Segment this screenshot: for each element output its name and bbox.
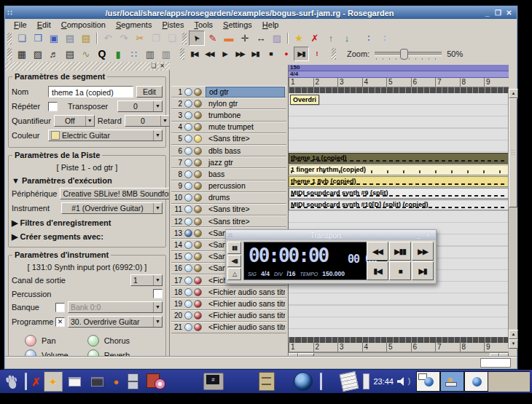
web-browser-icon[interactable] — [294, 372, 313, 391]
minimize-icon[interactable]: _ — [482, 9, 493, 17]
bank-checkbox[interactable] — [55, 303, 65, 312]
tempo-ruler[interactable]: 150 — [289, 65, 509, 71]
track-name[interactable]: od gtr — [206, 87, 285, 98]
mute-led[interactable] — [184, 88, 192, 96]
redo-icon[interactable]: ↷ — [116, 31, 132, 46]
mute-toggle-icon[interactable]: ∶ — [377, 31, 393, 46]
audio-mixer-icon[interactable]: ▥ — [158, 47, 174, 62]
eject-button[interactable]: △ — [227, 268, 241, 280]
transport-window[interactable]: ∷ Transport _ ✕ ▮▮◀▮△ 00:00:00 00 00 SIG… — [225, 229, 437, 284]
menu-tools[interactable]: Tools — [189, 20, 218, 30]
record-led[interactable] — [194, 229, 202, 237]
move-tool-icon[interactable]: ✛ — [237, 31, 253, 46]
zoom-slider[interactable] — [375, 52, 442, 56]
scroll-up-icon[interactable]: ▲ — [509, 89, 518, 98]
play-button[interactable]: ▶▮▮ — [389, 242, 411, 261]
menu-pistes[interactable]: Pistes — [157, 20, 189, 30]
record-icon[interactable]: ● — [278, 47, 294, 61]
delete-marker-icon[interactable]: ✗ — [307, 31, 323, 46]
fast-forward-icon[interactable]: ▶▶ — [232, 47, 248, 61]
track-name[interactable]: trumbone — [206, 111, 285, 120]
track-row-9[interactable]: 9percussion — [171, 181, 286, 192]
bar-ruler-top[interactable]: 12345678910 — [289, 78, 509, 87]
track-row-8[interactable]: 8bass — [171, 168, 286, 180]
segment-canvas[interactable]: 150 4/4 12345678910 Overdri theme 1a (co… — [288, 65, 509, 357]
track-name[interactable]: drums — [206, 193, 285, 202]
record-led[interactable] — [194, 170, 202, 178]
print-icon[interactable]: ▤ — [62, 31, 78, 46]
bar-ruler-bottom[interactable]: 123456789 — [289, 343, 509, 352]
split-tool-icon[interactable]: ▨ — [269, 31, 285, 46]
transport-close-icon[interactable]: ✕ — [423, 231, 433, 239]
soundfont-icon[interactable]: ▮ — [110, 47, 126, 62]
dock-close-icon[interactable]: ✕ — [159, 63, 165, 69]
notes-applet-icon[interactable] — [340, 371, 359, 392]
track-row-2[interactable]: 2nylon gtr — [171, 98, 286, 109]
active-app-button[interactable]: ✦ — [44, 371, 63, 392]
vertical-scrollbar[interactable]: ▲ ▲ ▼ — [508, 89, 517, 349]
solo-toggle-icon[interactable]: ∶ — [361, 31, 377, 46]
menu-file[interactable]: File — [9, 20, 32, 30]
new-file-icon[interactable]: ❏ — [14, 31, 30, 46]
open-file-icon[interactable]: ❒ — [30, 31, 46, 46]
window-dark-icon[interactable] — [91, 377, 103, 387]
menu-help[interactable]: Help — [257, 20, 284, 30]
track-name[interactable]: <Fichier audio sans titre> — [206, 299, 285, 309]
pan-knob[interactable] — [25, 335, 36, 346]
track-name[interactable]: jazz gtr — [206, 158, 285, 167]
chord-ruler[interactable]: 4/4 — [289, 71, 509, 78]
step-back-button[interactable]: ◀▮ — [227, 255, 241, 267]
channel-select[interactable]: 1▼ — [130, 274, 163, 286]
stop-icon[interactable]: ■ — [263, 47, 278, 61]
play-icon[interactable]: ▶ — [217, 47, 232, 61]
transport-minimize-icon[interactable]: _ — [414, 231, 423, 239]
track-row-19[interactable]: 19<Fichier audio sans titre> — [171, 298, 286, 309]
track-row-1[interactable]: 1od gtr — [171, 86, 286, 98]
track-row-21[interactable]: 21<Fichier audio sans titre> — [171, 322, 286, 333]
mute-led[interactable] — [184, 111, 192, 119]
notation-editor-icon[interactable]: ♬ — [46, 47, 62, 62]
percussion-matrix-icon[interactable]: ▨ — [30, 47, 46, 62]
canvas-rows[interactable]: Overdri theme 1a (copied)1 finger rhythm… — [289, 93, 509, 337]
track-row-18[interactable]: 18<Fichier audio sans titre> — [171, 286, 286, 298]
repeat-checkbox[interactable] — [48, 102, 58, 111]
record-led[interactable] — [194, 194, 202, 202]
pause-button[interactable]: ▮▮ — [227, 242, 241, 254]
audio-segment-icon[interactable]: ∿ — [78, 47, 94, 62]
track-name[interactable]: bass — [206, 170, 285, 179]
segment-row-8[interactable]: theme 1 8vb (copied) — [289, 176, 509, 187]
mute-led[interactable] — [184, 323, 192, 331]
transpose-select[interactable]: 0▼ — [117, 100, 163, 112]
track-name[interactable]: <Sans titre> — [206, 205, 285, 214]
workspace-3[interactable] — [464, 371, 488, 392]
segment-name-input[interactable]: theme 1a (copied) — [48, 86, 133, 98]
resize-tool-icon[interactable]: ↔ — [253, 31, 269, 46]
segment-row-6[interactable]: theme 1a (copied) — [289, 153, 509, 164]
track-row-20[interactable]: 20<Fichier audio sans titre> — [171, 310, 286, 322]
mute-led[interactable] — [184, 229, 192, 237]
record-led[interactable] — [194, 241, 202, 249]
window-titlebar[interactable]: ∷ /usr/local/share/apps/rosegarden/examp… — [5, 7, 517, 19]
track-name[interactable]: mute trumpet — [206, 122, 285, 132]
segment-row-10[interactable]: MIDI soundcard synth #10[D] (split) (cop… — [289, 199, 509, 210]
track-name[interactable]: nylon gtr — [206, 99, 285, 108]
record-led[interactable] — [194, 288, 202, 296]
instrument-select[interactable]: #1 (Overdrive Guitar)▼ — [61, 202, 163, 214]
save-file-icon[interactable]: ▣ — [46, 31, 62, 46]
record-led[interactable] — [194, 111, 202, 119]
mute-led[interactable] — [184, 300, 192, 308]
copy-icon[interactable]: ❐ — [148, 31, 164, 46]
track-row-7[interactable]: 7jazz gtr — [171, 157, 286, 168]
loop-icon[interactable]: ▶▮ — [294, 47, 309, 61]
mute-led[interactable] — [184, 241, 192, 249]
record-led[interactable] — [194, 182, 202, 190]
file-cabinet-icon[interactable] — [259, 372, 275, 391]
droplet-icon[interactable]: ● — [114, 377, 120, 387]
track-row-10[interactable]: 10drums — [171, 192, 286, 204]
erase-tool-icon[interactable]: ▬ — [221, 31, 237, 46]
track-name[interactable]: <Sans titre> — [206, 134, 285, 143]
create-segments-header[interactable]: ▶ Créer segments avec: — [12, 232, 163, 242]
mute-led[interactable] — [184, 170, 192, 178]
matrix-editor-icon[interactable]: ▦ — [14, 47, 30, 62]
record-led[interactable] — [194, 300, 202, 308]
